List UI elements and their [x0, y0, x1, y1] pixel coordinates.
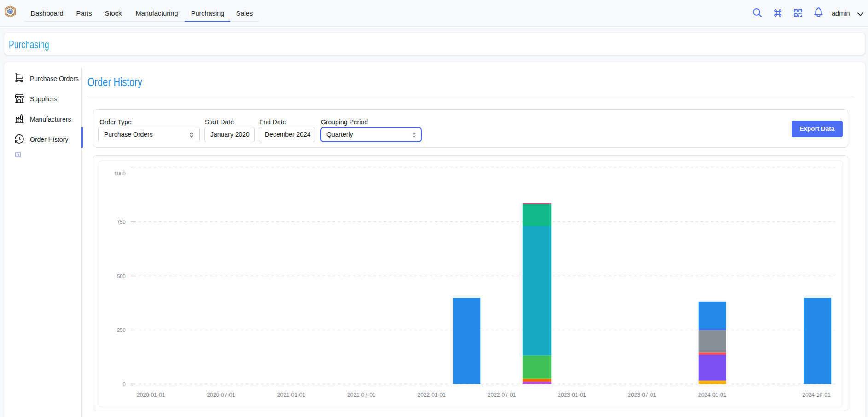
svg-text:1000: 1000: [114, 171, 126, 176]
svg-text:2021-01-01: 2021-01-01: [277, 392, 306, 398]
svg-text:2024-10-01: 2024-10-01: [802, 392, 831, 398]
svg-text:250: 250: [117, 327, 126, 333]
svg-text:2022-01-01: 2022-01-01: [418, 392, 446, 398]
svg-text:2023-07-01: 2023-07-01: [628, 392, 657, 398]
svg-text:2024-01-01: 2024-01-01: [698, 392, 727, 398]
svg-text:2023-01-01: 2023-01-01: [558, 392, 586, 398]
svg-text:500: 500: [117, 273, 126, 279]
svg-text:750: 750: [117, 219, 126, 225]
svg-text:2022-07-01: 2022-07-01: [488, 392, 516, 398]
svg-text:0: 0: [123, 382, 126, 387]
svg-text:2021-07-01: 2021-07-01: [347, 392, 376, 398]
svg-text:2020-07-01: 2020-07-01: [207, 392, 235, 398]
svg-text:2020-01-01: 2020-01-01: [137, 392, 165, 398]
